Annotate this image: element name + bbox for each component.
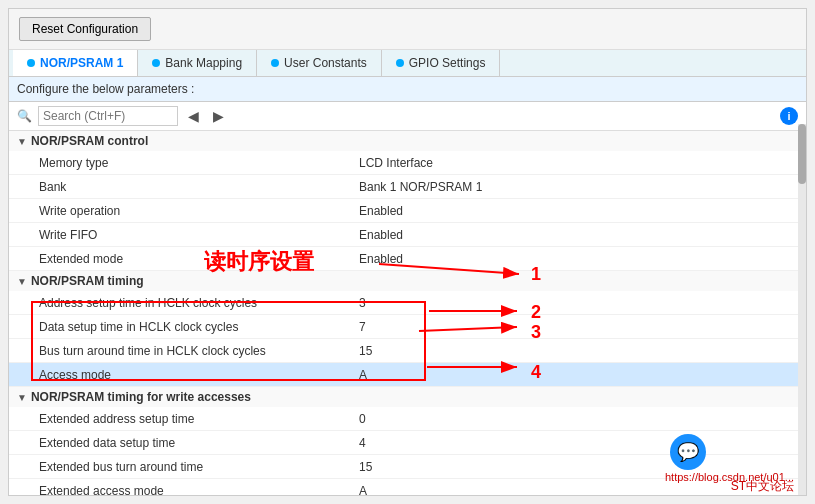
section-nor-psram-control-label: NOR/PSRAM control bbox=[31, 134, 148, 148]
section-nor-psram-control[interactable]: ▼ NOR/PSRAM control bbox=[9, 131, 806, 151]
prop-extended-mode-value: Enabled bbox=[359, 252, 798, 266]
info-icon[interactable]: i bbox=[780, 107, 798, 125]
prop-bus-turn: Bus turn around time in HCLK clock cycle… bbox=[9, 339, 806, 363]
watermark2: ST中文论坛 bbox=[731, 478, 794, 495]
search-bar: 🔍 ◀ ▶ i bbox=[9, 102, 806, 131]
prop-bus-turn-value: 15 bbox=[359, 344, 798, 358]
prop-ext-addr-setup: Extended address setup time 0 bbox=[9, 407, 806, 431]
chat-bubble-icon[interactable]: 💬 bbox=[670, 434, 706, 470]
scrollbar[interactable] bbox=[798, 124, 806, 495]
tab-dot bbox=[27, 59, 35, 67]
prop-memory-type-value: LCD Interface bbox=[359, 156, 798, 170]
top-bar: Reset Configuration bbox=[9, 9, 806, 50]
tab-nor-psram1[interactable]: NOR/PSRAM 1 bbox=[13, 50, 138, 76]
prop-ext-data-setup-value: 4 bbox=[359, 436, 798, 450]
prop-write-fifo-name: Write FIFO bbox=[39, 228, 359, 242]
tab-gpio-settings-label: GPIO Settings bbox=[409, 56, 486, 70]
prop-access-mode[interactable]: Access mode A bbox=[9, 363, 806, 387]
prop-memory-type-name: Memory type bbox=[39, 156, 359, 170]
tab-dot3 bbox=[271, 59, 279, 67]
prop-access-mode-name: Access mode bbox=[39, 368, 359, 382]
config-label: Configure the below parameters : bbox=[9, 77, 806, 102]
tab-nor-psram1-label: NOR/PSRAM 1 bbox=[40, 56, 123, 70]
prop-addr-setup: Address setup time in HCLK clock cycles … bbox=[9, 291, 806, 315]
prop-extended-mode-name: Extended mode bbox=[39, 252, 359, 266]
prop-write-operation: Write operation Enabled bbox=[9, 199, 806, 223]
nav-right-arrow[interactable]: ▶ bbox=[209, 106, 228, 126]
prop-write-operation-value: Enabled bbox=[359, 204, 798, 218]
tab-gpio-settings[interactable]: GPIO Settings bbox=[382, 50, 501, 76]
prop-write-fifo-value: Enabled bbox=[359, 228, 798, 242]
tab-bank-mapping-label: Bank Mapping bbox=[165, 56, 242, 70]
main-container: Reset Configuration NOR/PSRAM 1 Bank Map… bbox=[8, 8, 807, 496]
section-nor-psram-timing[interactable]: ▼ NOR/PSRAM timing bbox=[9, 271, 806, 291]
prop-bank-name: Bank bbox=[39, 180, 359, 194]
tab-user-constants-label: User Constants bbox=[284, 56, 367, 70]
prop-memory-type: Memory type LCD Interface bbox=[9, 151, 806, 175]
tab-dot2 bbox=[152, 59, 160, 67]
search-input[interactable] bbox=[38, 106, 178, 126]
tab-user-constants[interactable]: User Constants bbox=[257, 50, 382, 76]
prop-addr-setup-name: Address setup time in HCLK clock cycles bbox=[39, 296, 359, 310]
prop-data-setup-value: 7 bbox=[359, 320, 798, 334]
prop-write-fifo: Write FIFO Enabled bbox=[9, 223, 806, 247]
chevron-icon3: ▼ bbox=[17, 392, 27, 403]
chevron-icon: ▼ bbox=[17, 136, 27, 147]
section-nor-psram-timing-label: NOR/PSRAM timing bbox=[31, 274, 144, 288]
prop-data-setup-name: Data setup time in HCLK clock cycles bbox=[39, 320, 359, 334]
tab-bank-mapping[interactable]: Bank Mapping bbox=[138, 50, 257, 76]
prop-data-setup: Data setup time in HCLK clock cycles 7 bbox=[9, 315, 806, 339]
scrollbar-thumb[interactable] bbox=[798, 124, 806, 184]
section-write-accesses[interactable]: ▼ NOR/PSRAM timing for write accesses bbox=[9, 387, 806, 407]
prop-bank-value: Bank 1 NOR/PSRAM 1 bbox=[359, 180, 798, 194]
prop-ext-addr-setup-name: Extended address setup time bbox=[39, 412, 359, 426]
search-icon: 🔍 bbox=[17, 109, 32, 123]
prop-write-operation-name: Write operation bbox=[39, 204, 359, 218]
prop-extended-mode: Extended mode Enabled bbox=[9, 247, 806, 271]
prop-ext-bus-turn-name: Extended bus turn around time bbox=[39, 460, 359, 474]
prop-bank: Bank Bank 1 NOR/PSRAM 1 bbox=[9, 175, 806, 199]
chevron-icon2: ▼ bbox=[17, 276, 27, 287]
prop-ext-data-setup-name: Extended data setup time bbox=[39, 436, 359, 450]
prop-ext-addr-setup-value: 0 bbox=[359, 412, 798, 426]
prop-addr-setup-value: 3 bbox=[359, 296, 798, 310]
section-write-accesses-label: NOR/PSRAM timing for write accesses bbox=[31, 390, 251, 404]
tab-bar: NOR/PSRAM 1 Bank Mapping User Constants … bbox=[9, 50, 806, 77]
tab-dot4 bbox=[396, 59, 404, 67]
prop-bus-turn-name: Bus turn around time in HCLK clock cycle… bbox=[39, 344, 359, 358]
nav-left-arrow[interactable]: ◀ bbox=[184, 106, 203, 126]
prop-ext-access-mode-name: Extended access mode bbox=[39, 484, 359, 498]
prop-access-mode-value: A bbox=[359, 368, 798, 382]
reset-button[interactable]: Reset Configuration bbox=[19, 17, 151, 41]
